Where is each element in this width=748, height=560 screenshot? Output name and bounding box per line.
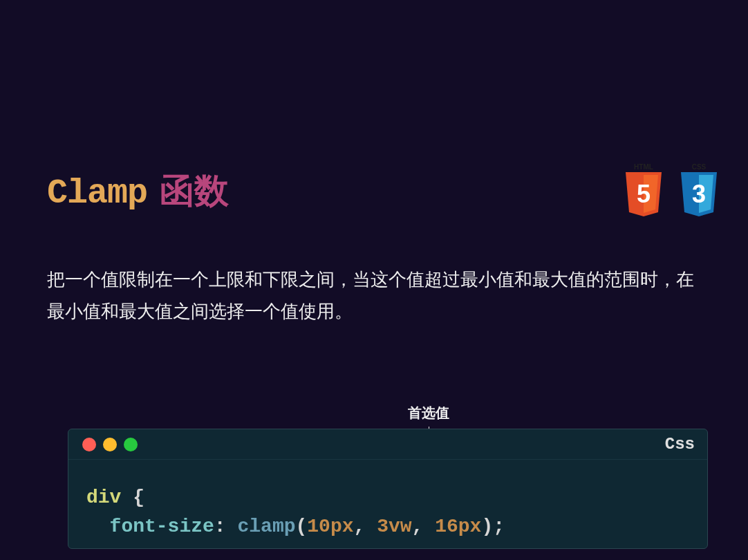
- window-traffic-lights: [82, 438, 138, 451]
- code-value-3: 16px: [435, 516, 481, 537]
- page-title: Clamp函数: [47, 168, 229, 214]
- code-line-2: font-size: clamp(10px, 3vw, 16px);: [86, 512, 689, 541]
- code-brace-open: {: [133, 487, 144, 508]
- code-value-2: 3vw: [377, 516, 411, 537]
- title-clamp: Clamp: [47, 174, 147, 213]
- svg-text:5: 5: [637, 180, 651, 208]
- minimize-dot-icon: [103, 438, 117, 451]
- maximize-dot-icon: [124, 438, 138, 451]
- title-row: Clamp函数 HTML 5 CSS 3: [47, 162, 720, 219]
- code-value-1: 10px: [307, 516, 353, 537]
- css3-logo-icon: CSS 3: [677, 162, 720, 219]
- code-line-1: div {: [86, 483, 689, 512]
- description-text: 把一个值限制在一个上限和下限之间，当这个值超过最小值和最大值的范围时，在最小值和…: [47, 264, 701, 327]
- svg-text:CSS: CSS: [692, 163, 707, 171]
- title-rest: 函数: [160, 171, 229, 210]
- code-comma-1: ,: [354, 516, 366, 537]
- code-property: font-size: [110, 516, 214, 537]
- code-comma-2: ,: [412, 516, 424, 537]
- code-window: Css div { font-size: clamp(10px, 3vw, 16…: [68, 429, 708, 549]
- code-function: clamp: [237, 516, 295, 537]
- code-content: div { font-size: clamp(10px, 3vw, 16px);: [68, 460, 707, 548]
- close-dot-icon: [82, 438, 96, 451]
- window-header: Css: [68, 429, 707, 460]
- language-label: Css: [665, 435, 695, 454]
- code-paren-close: ): [481, 516, 493, 537]
- code-colon: :: [214, 516, 226, 537]
- tech-logos: HTML 5 CSS 3: [622, 162, 720, 219]
- code-semicolon: ;: [493, 516, 505, 537]
- svg-text:HTML: HTML: [634, 163, 653, 171]
- code-selector: div: [86, 487, 121, 508]
- svg-text:3: 3: [692, 180, 706, 208]
- code-paren-open: (: [295, 516, 307, 537]
- annotation-label: 首选值: [408, 404, 449, 422]
- html5-logo-icon: HTML 5: [622, 162, 665, 219]
